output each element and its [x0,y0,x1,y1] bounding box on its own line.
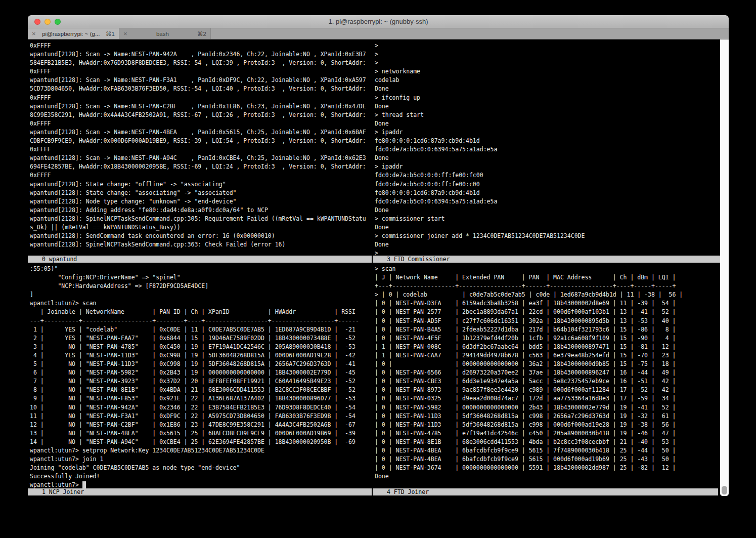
close-window-button[interactable] [34,19,40,25]
ftd-joiner-output: > scan | J | Network Name | Extended PAN… [375,265,683,480]
terminal-window: 1. pi@raspberrypi: ~ (gnubby-ssh) × pi@r… [28,15,729,499]
minimize-window-button[interactable] [45,19,51,25]
window-titlebar[interactable]: 1. pi@raspberrypi: ~ (gnubby-ssh) [28,15,729,28]
terminal-content: 0xFFFF wpantund[2128]: Scan -> Name:NEST… [28,39,729,499]
pane-status-ftd-joiner: 4 FTD Joiner [373,488,718,495]
tab-bash[interactable]: × bash ⌘2 [119,28,211,39]
pane-status-ncp-joiner: 1 NCP Joiner [28,488,372,495]
window-title: 1. pi@raspberrypi: ~ (gnubby-ssh) [28,15,729,28]
tab-bar-empty-area [211,28,729,39]
pane-status-wpantund: 0 wpantund [28,256,372,263]
close-tab-icon[interactable]: × [123,30,127,37]
tab-label: pi@raspberrypi: ~ (g... [38,31,104,37]
pane-ncp-joiner[interactable]: :55:05)" "Config:NCP:DriverName" => "spi… [28,263,372,488]
scrollbar-track[interactable] [720,39,729,496]
shell-prompt: wpanctl:utun7> [30,481,82,488]
close-tab-icon[interactable]: × [32,30,36,37]
pane-ftd-commissioner[interactable]: > > > > networkname codelab Done > ifcon… [373,39,720,256]
terminal-cursor[interactable] [82,481,86,488]
traffic-lights [34,19,61,25]
zoom-window-button[interactable] [55,19,61,25]
tab-bar: × pi@raspberrypi: ~ (g... ⌘1 × bash ⌘2 [28,28,729,39]
tab-shortcut-badge: ⌘2 [197,30,206,37]
tab-ssh-session[interactable]: × pi@raspberrypi: ~ (g... ⌘1 [28,28,119,39]
pane-wpantund-log[interactable]: 0xFFFF wpantund[2128]: Scan -> Name:NEST… [28,39,372,256]
pane-status-ftd-commissioner: 3 FTD Commissioner [373,256,720,263]
scrollbar-thumb[interactable] [722,486,727,494]
ncp-joiner-output: :55:05)" "Config:NCP:DriverName" => "spi… [30,265,359,480]
tab-label: bash [130,31,196,37]
tab-shortcut-badge: ⌘1 [106,30,115,37]
pane-ftd-joiner[interactable]: > scan | J | Network Name | Extended PAN… [373,263,720,488]
